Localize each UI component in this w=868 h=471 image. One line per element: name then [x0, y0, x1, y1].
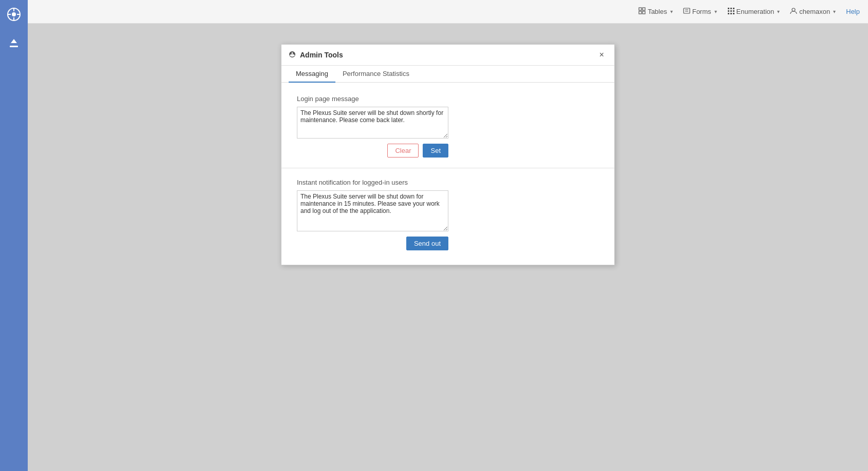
- enumeration-label: Enumeration: [737, 8, 775, 15]
- main-area: Tables ▾ Forms ▾: [28, 0, 868, 471]
- svg-rect-6: [10, 46, 18, 47]
- help-link[interactable]: Help: [846, 8, 860, 15]
- enumeration-icon: [727, 7, 734, 16]
- dialog-tabs: Messaging Performance Statistics: [281, 66, 614, 83]
- login-message-textarea[interactable]: The Plexus Suite server will be shut dow…: [297, 107, 448, 139]
- dialog-close-button[interactable]: ×: [596, 50, 607, 60]
- sidebar: [0, 0, 28, 471]
- svg-marker-7: [11, 39, 17, 43]
- svg-rect-11: [643, 11, 645, 14]
- login-message-label: Login page message: [297, 95, 599, 103]
- forms-menu[interactable]: Forms ▾: [683, 7, 717, 16]
- svg-rect-21: [728, 13, 729, 14]
- clear-button[interactable]: Clear: [387, 144, 419, 158]
- svg-rect-17: [733, 8, 734, 9]
- login-message-buttons: Clear Set: [297, 144, 448, 158]
- user-icon: [790, 7, 797, 16]
- svg-rect-20: [733, 10, 734, 12]
- enumeration-dropdown-arrow: ▾: [777, 9, 780, 14]
- tab-performance-label: Performance Statistics: [343, 70, 409, 77]
- svg-rect-18: [728, 10, 729, 12]
- tables-dropdown-arrow: ▾: [670, 9, 673, 14]
- enumeration-menu[interactable]: Enumeration ▾: [727, 7, 780, 16]
- upload-button[interactable]: [5, 34, 23, 52]
- admin-tools-icon: [289, 51, 296, 60]
- dialog-body: Login page message The Plexus Suite serv…: [281, 83, 614, 265]
- svg-point-1: [12, 12, 16, 16]
- help-label: Help: [846, 8, 860, 15]
- svg-rect-9: [643, 8, 645, 10]
- set-button[interactable]: Set: [423, 144, 448, 158]
- svg-rect-22: [730, 13, 732, 14]
- dialog-header: Admin Tools ×: [281, 45, 614, 66]
- notification-label: Instant notification for logged-in users: [297, 179, 599, 186]
- content-area: Admin Tools × Messaging Performance Stat…: [28, 24, 868, 471]
- tab-performance[interactable]: Performance Statistics: [335, 66, 417, 83]
- notification-buttons: Send out: [297, 237, 448, 250]
- notification-textarea[interactable]: The Plexus Suite server will be shut dow…: [297, 190, 448, 231]
- svg-rect-15: [728, 8, 729, 9]
- svg-rect-16: [730, 8, 732, 9]
- tables-icon: [638, 7, 646, 16]
- user-dropdown-arrow: ▾: [833, 9, 836, 14]
- svg-point-24: [792, 8, 795, 11]
- svg-rect-10: [639, 11, 641, 14]
- dialog-title: Admin Tools: [289, 51, 343, 60]
- login-message-section: Login page message The Plexus Suite serv…: [281, 83, 614, 168]
- user-label: chemaxon: [799, 8, 830, 15]
- tables-menu[interactable]: Tables ▾: [638, 7, 673, 16]
- top-navbar: Tables ▾ Forms ▾: [28, 0, 868, 24]
- send-out-button[interactable]: Send out: [406, 237, 448, 250]
- forms-icon: [683, 7, 690, 16]
- svg-rect-23: [733, 13, 734, 14]
- svg-rect-19: [730, 10, 732, 12]
- svg-rect-8: [639, 8, 641, 10]
- user-menu[interactable]: chemaxon ▾: [790, 7, 836, 16]
- dialog-title-text: Admin Tools: [300, 51, 343, 59]
- forms-label: Forms: [692, 8, 711, 15]
- forms-dropdown-arrow: ▾: [714, 9, 717, 14]
- svg-rect-12: [684, 8, 690, 13]
- admin-tools-dialog: Admin Tools × Messaging Performance Stat…: [281, 44, 615, 265]
- tab-messaging-label: Messaging: [296, 70, 328, 77]
- app-logo[interactable]: [5, 5, 23, 24]
- tab-messaging[interactable]: Messaging: [289, 66, 335, 83]
- tables-label: Tables: [648, 8, 667, 15]
- notification-section: Instant notification for logged-in users…: [281, 168, 614, 265]
